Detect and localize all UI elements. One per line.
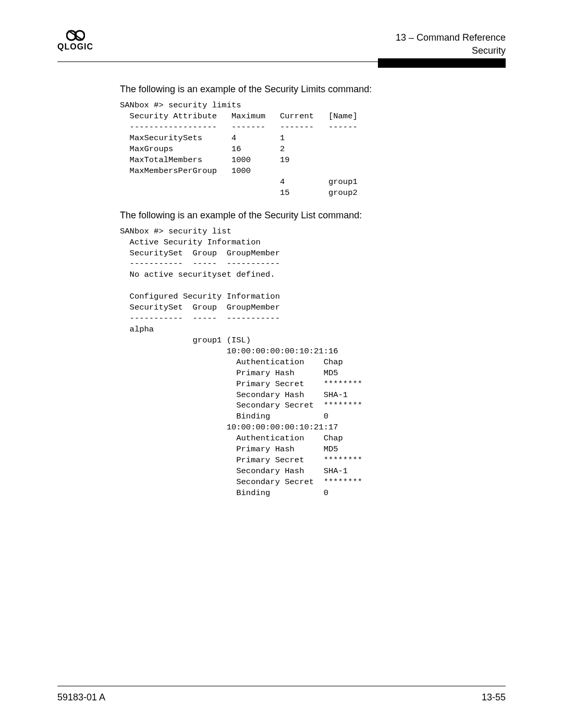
header-right: 13 – Command Reference Security (396, 31, 506, 57)
page-header: QLOGIC 13 – Command Reference Security (57, 31, 506, 57)
footer-doc-id: 59183-01 A (57, 692, 105, 703)
section-title: Security (396, 44, 506, 57)
footer-rule (57, 686, 506, 686)
header-black-bar (378, 58, 506, 68)
logo-text: QLOGIC (57, 42, 93, 52)
footer-page-number: 13-55 (482, 692, 506, 703)
page-footer: 59183-01 A 13-55 (57, 692, 506, 703)
page-content: The following is an example of the Secur… (57, 62, 506, 498)
chapter-title: 13 – Command Reference (396, 31, 506, 44)
logo-icon (66, 29, 85, 42)
intro-limits-text: The following is an example of the Secur… (120, 84, 506, 95)
code-block-list: SANbox #> security list Active Security … (120, 226, 506, 499)
code-block-limits: SANbox #> security limits Security Attri… (120, 100, 506, 198)
qlogic-logo: QLOGIC (57, 29, 93, 52)
intro-list-text: The following is an example of the Secur… (120, 210, 506, 221)
